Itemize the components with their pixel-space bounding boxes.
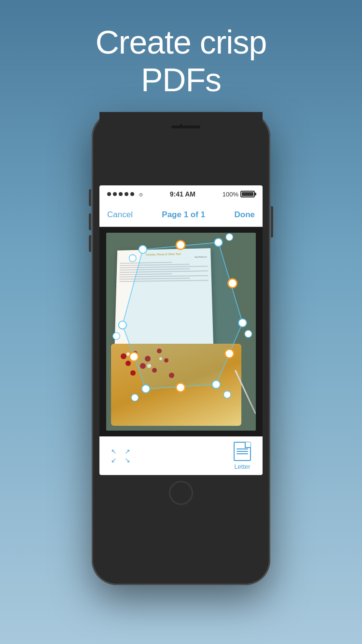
status-bar: ⌾ 9:41 AM 100%: [99, 185, 263, 203]
battery-area: 100%: [223, 191, 255, 198]
signal-dot-3: [119, 192, 123, 196]
handle-outer-tr[interactable]: [226, 234, 233, 241]
cheese-dot: [147, 364, 151, 368]
topping: [121, 353, 126, 359]
page-title: Page 1 of 1: [162, 210, 205, 220]
doc-line: [119, 280, 209, 282]
signal-dots: ⌾: [107, 191, 143, 198]
speaker: [171, 126, 200, 128]
letter-button[interactable]: Letter: [234, 442, 251, 470]
handle-outer-mr[interactable]: [245, 331, 252, 338]
arrow-down-right: ↘: [125, 457, 130, 463]
status-time: 9:41 AM: [170, 190, 195, 198]
expand-row-bottom: ↙ ↘: [111, 457, 130, 463]
handle-edge-right[interactable]: [228, 279, 237, 288]
done-button[interactable]: Done: [235, 210, 255, 220]
letter-icon: [234, 442, 251, 461]
topping: [130, 370, 136, 376]
letter-line-1: [237, 448, 248, 449]
arrow-up-left: ↖: [111, 448, 117, 455]
doc-line: [120, 262, 172, 264]
letter-lines: [235, 445, 250, 458]
home-button[interactable]: [169, 481, 193, 505]
topping: [169, 373, 174, 378]
expand-row-top: ↖ ↗: [111, 448, 130, 455]
battery-fill: [242, 192, 253, 196]
scan-area: Tomato, Pasta & Olive Tart Dan Robinson: [99, 227, 263, 436]
handle-edge-top[interactable]: [176, 241, 185, 250]
handle-corner-br[interactable]: [238, 319, 246, 327]
doc-line: [120, 266, 209, 268]
phone-screen: ⌾ 9:41 AM 100% Cancel Page 1 of 1 Done: [99, 185, 263, 475]
signal-dot-1: [107, 192, 111, 196]
arrow-down-left: ↙: [111, 457, 117, 463]
cheese-dot: [159, 357, 162, 360]
doc-line: [119, 274, 172, 276]
headline-line1: Create crisp: [96, 24, 267, 60]
signal-dot-5: [130, 192, 134, 196]
headline: Create crisp PDFs: [96, 23, 267, 98]
doc-line: [119, 271, 208, 273]
doc-line: [119, 278, 190, 280]
topping: [140, 363, 146, 369]
cancel-button[interactable]: Cancel: [107, 210, 133, 220]
phone-mockup: ⌾ 9:41 AM 100% Cancel Page 1 of 1 Done: [92, 112, 270, 585]
food-tart: [111, 344, 241, 426]
signal-dot-4: [125, 192, 128, 196]
letter-line-3: [237, 453, 248, 454]
nav-bar: Cancel Page 1 of 1 Done: [99, 203, 263, 227]
phone-notch: [99, 112, 263, 149]
topping: [133, 351, 138, 356]
doc-line: [120, 268, 190, 270]
topping: [164, 358, 168, 363]
topping: [145, 356, 151, 362]
handle-corner-tr[interactable]: [214, 238, 222, 246]
arrow-up-right: ↗: [125, 448, 130, 455]
document-image: Tomato, Pasta & Olive Tart Dan Robinson: [106, 233, 256, 431]
headline-line2: PDFs: [141, 61, 221, 98]
cheese-dot: [126, 352, 130, 356]
bottom-toolbar: ↖ ↗ ↙ ↘ Letter: [99, 436, 263, 475]
letter-label: Letter: [234, 463, 250, 470]
doc-lines: [116, 259, 211, 285]
battery-icon: [240, 191, 255, 197]
signal-dot-2: [113, 192, 117, 196]
letter-line-2: [237, 451, 248, 452]
expand-button[interactable]: ↖ ↗ ↙ ↘: [111, 448, 130, 463]
wifi-icon: ⌾: [139, 191, 143, 198]
topping: [152, 368, 157, 373]
topping: [157, 349, 162, 353]
battery-percent: 100%: [223, 191, 238, 198]
topping: [125, 361, 131, 366]
doc-line: [119, 275, 209, 278]
